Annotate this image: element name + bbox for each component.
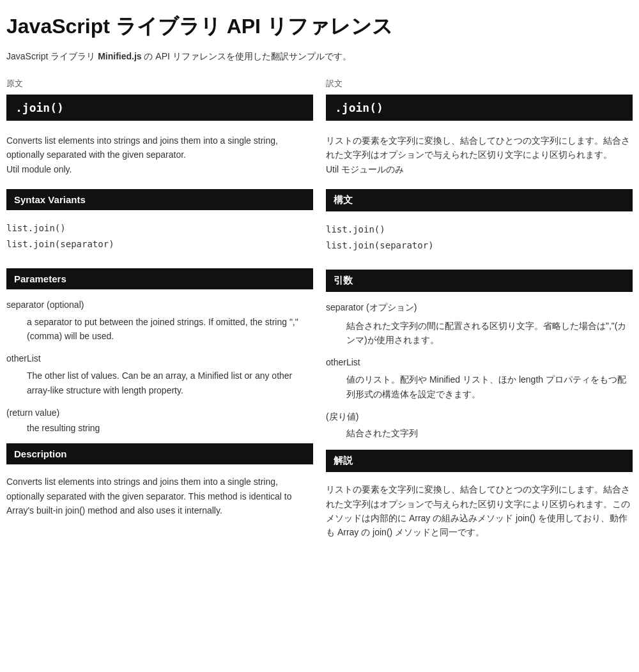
desc-header-ja: 解説 [326,450,633,472]
syntax-header-en: Syntax Variants [6,189,313,210]
param-otherlist-name-en: otherList [6,353,313,363]
method-name-ja: .join() [326,95,633,121]
param-otherlist-name-ja: otherList [326,357,633,367]
param-otherlist-detail-ja: 値のリスト。配列や Minified リスト、ほか length プロパティをも… [346,372,633,401]
syntax-variant-1-en: list.join() [6,220,313,236]
return-detail-ja: 結合された文字列 [346,428,633,439]
param-otherlist-detail-en: The other list of values. Can be an arra… [27,369,313,397]
syntax-variants-en: list.join() list.join(separator) [6,220,313,252]
syntax-variant-1-ja: list.join() [326,222,633,238]
syntax-header-ja: 構文 [326,189,633,211]
desc-section-text-ja: リストの要素を文字列に変換し、結合してひとつの文字列にします。結合された文字列は… [326,482,633,540]
description-ja: リストの要素を文字列に変換し、結合してひとつの文字列にします。結合された文字列は… [326,134,633,176]
param-separator-detail-en: a separator to put between the joined st… [27,315,313,344]
method-name-en: .join() [6,95,313,121]
col-left: 原文 .join() Converts list elements into s… [6,78,313,553]
col-left-label: 原文 [6,78,313,89]
subtitle-pre: JavaScript ライブラリ [6,51,98,61]
syntax-variant-2-en: list.join(separator) [6,236,313,252]
return-label-en: (return value) [6,408,313,418]
description-en: Converts list elements into strings and … [6,134,313,176]
params-header-ja: 引数 [326,270,633,292]
syntax-variants-ja: list.join() list.join(separator) [326,222,633,254]
desc-section-text-en: Converts list elements into strings and … [6,475,313,517]
subtitle-post: の API リファレンスを使用した翻訳サンプルです。 [142,51,351,61]
col-right: 訳文 .join() リストの要素を文字列に変換し、結合してひとつの文字列にしま… [326,78,633,553]
return-label-ja: (戻り値) [326,411,633,423]
desc-header-en: Description [6,443,313,464]
main-columns: 原文 .join() Converts list elements into s… [6,78,633,553]
params-header-en: Parameters [6,268,313,289]
return-detail-en: the resulting string [27,423,313,433]
param-separator-name-en: separator (optional) [6,300,313,310]
subtitle: JavaScript ライブラリ Minified.js の API リファレン… [6,51,633,63]
syntax-variant-2-ja: list.join(separator) [326,238,633,254]
desc-en-text: Converts list elements into strings and … [6,135,278,174]
col-right-label: 訳文 [326,78,633,89]
subtitle-lib: Minified.js [98,51,141,61]
desc-ja-text: リストの要素を文字列に変換し、結合してひとつの文字列にします。結合された文字列は… [326,135,630,174]
page-title: JavaScript ライブラリ API リファレンス [6,13,633,41]
param-separator-detail-ja: 結合された文字列の間に配置される区切り文字。省略した場合は","(カンマ)が使用… [346,319,633,347]
param-separator-name-ja: separator (オプション) [326,302,633,314]
